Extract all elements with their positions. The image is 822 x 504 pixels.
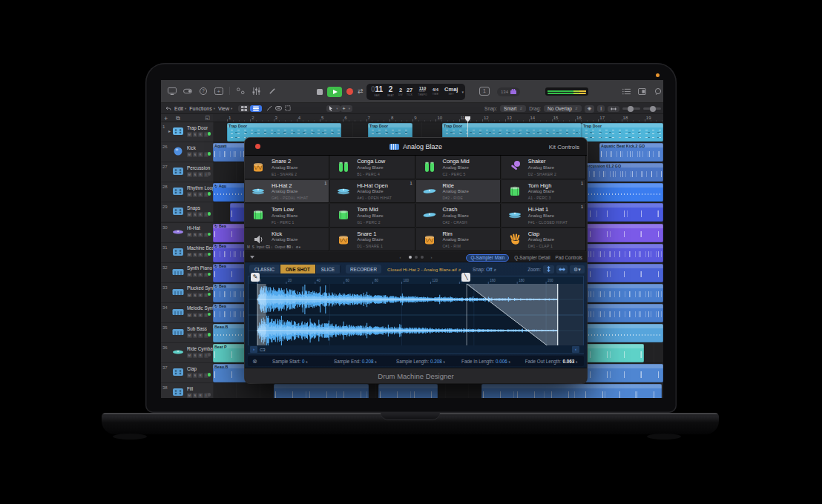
grid-view-button[interactable] [238,105,250,112]
track-r-button[interactable]: R [198,253,203,258]
pad-snare-2[interactable]: Snare 2Analog BlazeE1 - SNARE 2 [245,156,329,179]
track-header-snaps[interactable]: 29SnapsMSRI [161,202,213,222]
track-name[interactable]: Synth Piano [187,265,212,271]
lcd-key[interactable]: CmajKEY [444,87,458,96]
plugin-titlebar[interactable]: Analog Blaze Kit Controls [245,138,587,156]
quick-help-icon[interactable] [183,86,192,96]
track-m-button[interactable]: M [187,373,192,378]
pad-ride[interactable]: RideAnalog BlazeD#2 - RIDE [416,180,501,204]
track-s-button[interactable]: S [193,393,198,398]
track-r-button[interactable]: R [198,233,203,238]
track-name[interactable]: Fill [187,386,193,391]
region-percussion-01-2-go[interactable]: Percussion 01.2 GO [582,163,663,182]
menu-edit[interactable]: Edit▾ [174,106,186,111]
track-s-button[interactable]: S [193,212,198,217]
track-s-button[interactable]: S [193,333,198,338]
pad-tom-mid[interactable]: Tom MidAnalog BlazeG1 - PERC 2 [330,204,415,228]
pad-snare-1[interactable]: Snare 1Analog BlazeD1 - SNARE 1 [330,228,415,252]
track-status-dot[interactable] [208,373,211,377]
track-s-button[interactable]: S [193,353,198,358]
pad-crash[interactable]: CrashAnalog BlazeC#2 - CRASH [416,204,501,228]
region-trap-door[interactable]: Trap Door [582,123,663,142]
track-s-button[interactable]: S [193,172,198,177]
track-zoom-button[interactable]: ◱ [205,115,210,121]
track-name[interactable]: Machine Beat [187,245,216,251]
pad-hi-hat-open[interactable]: Hi-Hat OpenAnalog BlazeA#1 - OPEN HIHAT1 [330,180,415,204]
horizontal-zoom-slider[interactable] [643,107,661,110]
region-unnamed[interactable] [274,384,369,398]
pad-tom-low[interactable]: Tom LowAnalog BlazeF1 - PERC 1 [245,204,329,228]
pointer-tool-selector[interactable]: ▾ [326,105,340,112]
kit-controls-link[interactable]: Kit Controls [549,144,579,150]
lcd-display[interactable]: 011BAR2BEAT2DIV27TICK110KEEPTEMPO4/4TIME… [366,84,465,100]
track-m-button[interactable]: M [187,132,192,137]
track-header-hi-hat[interactable]: 30Hi-HatMSRI [161,223,213,243]
pad-conga-low[interactable]: Conga LowAnalog BlazeB1 - PERC 4 [330,156,415,179]
track-disclosure-arrow[interactable]: ▸ [168,128,171,133]
track-status-dot[interactable] [208,333,211,336]
track-header-clap[interactable]: 37ClapMSRI [161,363,213,383]
track-m-button[interactable]: M [187,233,192,238]
lcd-time-signature[interactable]: 4/4TIME [433,87,438,96]
track-status-dot[interactable] [208,212,211,216]
lcd-beat[interactable]: 2BEAT [387,86,394,97]
track-s-button[interactable]: S [193,192,198,197]
track-r-button[interactable]: R [198,393,203,398]
track-m-button[interactable]: M [187,152,192,157]
info-sample-end-[interactable]: Sample End: 0.208 s [323,359,388,364]
track-m-button[interactable]: M [187,192,192,197]
zoom-vertical-button[interactable] [543,265,554,273]
tab-pad-controls[interactable]: Pad Controls [556,255,582,260]
expand-left-button[interactable]: › [250,346,257,353]
pad-io-controls[interactable]: MSInput: C1 ↕Output: B0 ↕⚙▾ [247,245,328,249]
track-name[interactable]: Kick [187,145,196,150]
lcd-bar[interactable]: 011BAR [371,86,383,97]
autozoom-icon[interactable] [608,106,619,112]
track-status-dot[interactable] [208,253,211,256]
lcd-tempo[interactable]: 110KEEPTEMPO [418,86,427,96]
track-r-button[interactable]: R [198,373,203,378]
track-name[interactable]: Percussion [187,165,210,170]
track-header-plucked-synth[interactable]: 33Plucked SynthMSRI [161,283,213,303]
info-sample-length-[interactable]: Sample Length: 0.208 s [388,359,453,364]
bar-ruler[interactable]: 12345678910111213141516171819 [213,114,663,122]
track-m-button[interactable]: M [187,313,192,318]
record-button[interactable] [346,88,353,95]
tab-q-sampler-main[interactable]: Q-Sampler Main [466,254,509,262]
track-header-fill[interactable]: 38FillMSRI [161,383,213,398]
pencil-edit-button[interactable]: ✎ [251,273,260,282]
track-name[interactable]: Trap Door [187,125,208,130]
pad-rim[interactable]: RimAnalog BlazeC#1 - RIM [416,228,501,252]
track-r-button[interactable]: R [198,212,203,217]
track-r-button[interactable]: R [198,293,203,298]
region-aquatic-beat-kick-2-go[interactable]: Aquatic Beat Kick.2 GO [599,143,663,162]
track-name[interactable]: Ride Cymbal [187,346,214,351]
waveform-display[interactable]: 020406080100120140160180200 [248,276,584,354]
track-r-button[interactable]: R [198,273,203,278]
recorder-button[interactable]: RECORDER [346,265,381,273]
pad-hi-hat-2[interactable]: Hi-Hat 2Analog BlazeG#1 - PEDAL HIHAT1 [245,180,329,204]
track-name[interactable]: Rhythm Loop [187,185,214,190]
snap-toggle-icon[interactable]: ❋ [585,105,594,113]
crossfade-tool-icon[interactable] [266,105,272,111]
add-track-button[interactable]: + [164,115,168,122]
track-r-button[interactable]: R [198,172,203,177]
track-m-button[interactable]: M [187,253,192,258]
track-name[interactable]: Sub Bass [187,326,207,331]
track-r-button[interactable]: R [198,152,203,157]
fade-out-handle[interactable]: ╲ [461,273,470,282]
loop-tool-icon[interactable] [275,105,282,111]
ibeam-icon[interactable]: I [597,105,605,112]
clear-icon[interactable]: ⊗ [252,358,257,365]
q-sampler-settings-button[interactable]: ⚙▾ [570,265,585,273]
pad-hi-hat-1[interactable]: Hi-Hat 1Analog BlazeF#1 - CLOSED HIHAT1 [502,204,586,228]
track-status-dot[interactable] [208,172,211,176]
track-s-button[interactable]: S [193,253,198,258]
track-header-synth-piano[interactable]: 32Synth PianoMSRI [161,263,213,283]
track-m-button[interactable]: M [187,212,192,217]
track-status-dot[interactable] [208,192,211,196]
track-header-machine-beat[interactable]: 31Machine BeatMSRI [161,243,213,263]
track-m-button[interactable]: M [187,333,192,338]
pad-shaker[interactable]: ShakerAnalog BlazeD2 - SHAKER 2 [502,156,586,179]
snap-selector[interactable]: Smart⇵ [500,105,526,112]
